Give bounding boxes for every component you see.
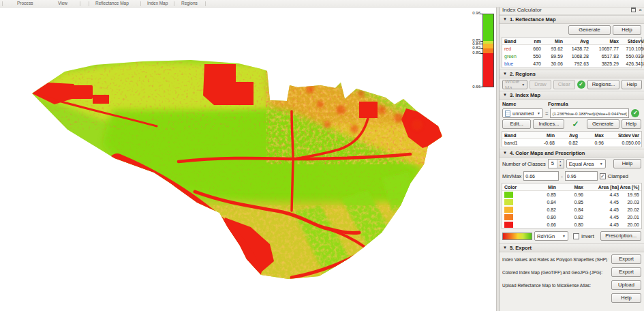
table-row: 0.800.82 4.4520.01 [502, 213, 641, 221]
range-dash: - [561, 173, 563, 179]
index-calculator-panel: Index Calculator × ▼ 1. Reflectance Map … [499, 5, 644, 311]
table-row: red660 93.621438.72 10657.77710.10 50423… [502, 45, 641, 53]
regions-ok-icon: ✓ [577, 80, 585, 89]
generate-index-button[interactable]: Generate [587, 119, 619, 129]
chevron-down-icon: ▼ [600, 162, 603, 166]
menu-item-process[interactable]: Process [17, 1, 33, 5]
invert-checkbox[interactable] [573, 233, 579, 239]
table-header: BandMin AvgMax StdevVar [502, 132, 641, 139]
scale-label-max: 0.96 [465, 11, 480, 16]
scale-tick [480, 41, 483, 42]
menu-separator [205, 1, 206, 6]
upload-atlas-button[interactable]: Upload [611, 280, 641, 290]
class-color-swatch [504, 192, 513, 198]
section-header-regions[interactable]: ▼ 2. Regions [500, 70, 644, 78]
reflectance-help-button[interactable]: Help [613, 25, 641, 35]
formula-input[interactable] [550, 108, 629, 118]
indices-button[interactable]: Indices... [533, 119, 564, 129]
spin-down-icon[interactable]: ▼ [557, 164, 564, 168]
edit-index-button[interactable]: Edit... [502, 119, 531, 129]
panel-title: Index Calculator [502, 7, 542, 13]
min-input[interactable] [523, 171, 559, 181]
section-header-color-maps[interactable]: ▼ 4. Color Maps and Prescription [500, 149, 644, 158]
app-window: Process View Reflectance Map Index Map R… [0, 0, 644, 311]
menu-item-view[interactable]: View [58, 1, 67, 5]
menu-item-index-map[interactable]: Index Map [147, 1, 168, 5]
colormap-help-button[interactable]: Help [613, 159, 641, 168]
class-color-table: ColorMin MaxArea [ha] Area [%] 0.850.96 … [502, 183, 642, 229]
index-map-canvas[interactable] [0, 8, 498, 311]
class-color-swatch [504, 214, 513, 220]
generate-reflectance-button[interactable]: Generate [568, 25, 611, 35]
collapse-icon: ▼ [503, 243, 507, 252]
table-row: 0.660.80 4.4520.00 [502, 221, 641, 228]
section-header-index-map[interactable]: ▼ 3. Index Map [500, 91, 644, 100]
section-header-export[interactable]: ▼ 5. Export [500, 243, 644, 252]
document-icon [505, 110, 510, 117]
formula-valid-icon: ✓ [631, 109, 639, 117]
export-geotiff-label: Colored Index Map (GeoTIFF) and GeoJPG (… [502, 270, 609, 275]
max-input[interactable] [565, 171, 598, 181]
section-header-reflectance-map[interactable]: ▼ 1. Reflectance Map [500, 15, 644, 24]
scale-tick [480, 87, 483, 87]
map-viewport[interactable]: 0.96 0.85 0.84 0.82 0.80 0.66 [0, 8, 498, 311]
table-header: Bandnm MinAvg MaxStdev Var [502, 38, 641, 45]
scale-tick [480, 53, 483, 54]
index-help-button[interactable]: Help [622, 119, 641, 129]
invert-label: Invert [581, 233, 594, 239]
scale-tick [480, 48, 483, 49]
equals-sign: = [545, 110, 548, 117]
collapse-icon: ▼ [503, 15, 507, 24]
chevron-down-icon: ▼ [537, 111, 540, 115]
menu-item-reflectance-map[interactable]: Reflectance Map [95, 1, 129, 5]
table-header: ColorMin MaxArea [ha] Area [%] [502, 183, 641, 191]
collapse-icon: ▼ [503, 70, 507, 78]
index-band-table: BandMin AvgMax StdevVar band1-0.68 0.820… [502, 131, 642, 147]
collapse-icon: ▼ [503, 149, 507, 158]
menu-separator [89, 1, 89, 6]
section-title: 2. Regions [510, 70, 536, 78]
regions-help-button[interactable]: Help [622, 80, 641, 89]
menu-item-regions[interactable]: Regions [181, 1, 198, 5]
table-row: 0.820.84 4.4520.02 [502, 206, 641, 213]
check-icon: ✓ [572, 120, 579, 128]
reflectance-table: Bandnm MinAvg MaxStdev Var red660 93.621… [502, 37, 642, 68]
colormap-select[interactable]: RdYlGn▼ [534, 231, 568, 241]
table-row: band1-0.68 0.820.96 0.050.00 [502, 139, 641, 147]
class-color-swatch [504, 199, 513, 205]
section-title: 4. Color Maps and Prescription [510, 149, 585, 158]
colormap-gradient-preview [502, 233, 532, 240]
table-row: green550 89.591068.28 6517.83550.03 3025… [502, 53, 641, 60]
scale-label-min: 0.66 [465, 85, 480, 89]
menu-bar: Process View Reflectance Map Index Map R… [0, 0, 644, 8]
color-scale: 0.96 0.85 0.84 0.82 0.80 0.66 [465, 9, 497, 95]
classes-stepper[interactable]: 5 ▲▼ [548, 159, 564, 168]
draw-region-button[interactable]: Draw [530, 80, 551, 89]
menu-separator [80, 1, 80, 6]
section-title: 5. Export [510, 243, 532, 252]
close-panel-icon[interactable]: × [639, 8, 642, 12]
classes-label: Number of Classes [502, 161, 546, 167]
table-row: blue470 30.06792.63 3825.29426.34 181767… [502, 60, 641, 68]
section-title: 3. Index Map [510, 91, 540, 100]
region-scope-select[interactable]: Whole Ma▼ [502, 80, 527, 89]
clamped-checkbox[interactable]: ✓ [600, 173, 606, 179]
export-shapefile-label: Index Values and Rates as Polygon Shapef… [502, 257, 609, 262]
clamped-label: Clamped [608, 173, 628, 179]
section-title: 1. Reflectance Map [510, 15, 556, 24]
table-row: 0.850.96 4.4319.95 [502, 191, 641, 198]
export-shapefile-button[interactable]: Export [611, 254, 641, 264]
export-geotiff-button[interactable]: Export [611, 267, 641, 277]
formula-label: Formula [548, 101, 568, 107]
prescription-button[interactable]: Prescription... [600, 231, 641, 241]
table-row: 0.840.85 4.4520.03 [502, 198, 641, 206]
float-panel-icon[interactable] [631, 8, 636, 12]
chevron-down-icon: ▼ [562, 234, 566, 238]
index-name-select[interactable]: unnamed▼ [502, 108, 543, 118]
class-mode-select[interactable]: Equal Area▼ [566, 159, 606, 168]
menu-separator [2, 1, 3, 6]
regions-button[interactable]: Regions... [587, 80, 620, 89]
clear-region-button[interactable]: Clear [553, 80, 575, 89]
export-help-button[interactable]: Help [611, 293, 641, 303]
scale-tick [480, 44, 483, 44]
